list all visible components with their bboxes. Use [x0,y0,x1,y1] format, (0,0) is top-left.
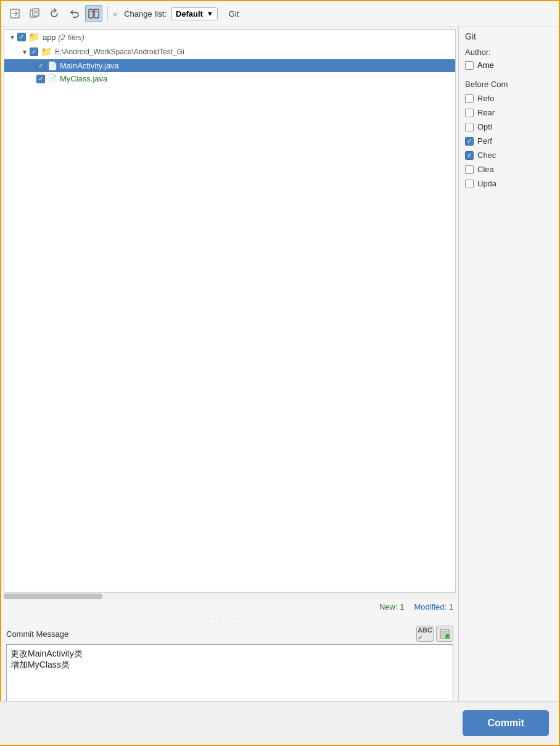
template-button[interactable] [436,626,453,642]
tree-item-path[interactable]: ▼ 📁 E:\Android_WorkSpace\AndroidTest_Gi [4,44,455,59]
reformat-checkbox[interactable] [465,94,474,103]
tree-item-myclass[interactable]: 📄 MyClass.java [4,72,455,85]
option-row-update: Upda [465,179,553,188]
perform-label: Perf [477,136,492,146]
path-folder-icon: 📁 [41,46,52,57]
check-checkbox[interactable] [465,151,474,160]
expand-icon: ▼ [9,34,15,41]
commit-message-header: Commit Message ABC✓ [6,626,453,642]
author-label: Author: [465,48,553,57]
status-bar: New: 1 Modified: 1 [1,600,458,614]
author-row: Ame [465,60,553,70]
git-label: Git [229,9,239,19]
option-row-check: Chec [465,151,553,160]
author-name: Ame [477,60,494,70]
scrollbar-thumb[interactable] [4,594,102,599]
right-panel: Git Author: Ame Before Com Refo Rear [459,27,559,745]
left-panel: ▼ 📁 app (2 files) ▼ 📁 E:\Android_WorkSpa… [1,27,459,745]
rearrange-checkbox[interactable] [465,109,474,117]
commit-button[interactable]: Commit [463,710,549,736]
app-name: app [43,33,56,42]
author-section: Author: Ame [465,48,553,70]
option-row-perform: Perf [465,136,553,146]
perform-checkbox[interactable] [465,137,474,146]
toolbar: » Change list: Default ▼ Git [1,1,559,27]
undo-button[interactable] [65,5,83,22]
changelist-value: Default [176,9,203,19]
spell-check-button[interactable]: ABC✓ [416,626,434,642]
cleanup-checkbox[interactable] [465,165,474,174]
path-checkbox[interactable] [30,48,38,56]
refresh-button[interactable] [46,5,63,22]
optimize-checkbox[interactable] [465,123,474,131]
reformat-label: Refo [477,94,494,103]
check-label: Chec [477,151,496,160]
myclass-checkbox[interactable] [36,75,45,83]
toolbar-separator [107,6,108,21]
before-commit-section: Before Com Refo Rear Opti Perf [465,80,553,193]
git-section-title: Git [465,31,553,41]
file-tree: ▼ 📁 app (2 files) ▼ 📁 E:\Android_WorkSpa… [4,29,456,592]
show-diff-button[interactable] [85,5,102,22]
horizontal-scrollbar[interactable] [4,592,456,600]
mainactivity-filename: MainActivity.java [60,61,119,70]
svg-rect-5 [89,9,93,18]
commit-message-label: Commit Message [6,629,68,639]
folder-icon: 📁 [28,31,40,43]
path-text: E:\Android_WorkSpace\AndroidTest_Gi [55,48,184,56]
mainactivity-checkbox[interactable] [36,62,45,70]
rearrange-label: Rear [477,108,495,117]
move-changelist-button[interactable] [6,5,23,22]
option-row-rearrange: Rear [465,108,553,117]
dropdown-arrow-icon: ▼ [207,10,213,17]
tree-item-app[interactable]: ▼ 📁 app (2 files) [4,30,455,44]
commit-button-area: Commit [0,701,559,745]
app-checkbox[interactable] [17,33,26,41]
update-label: Upda [477,179,496,188]
before-commit-label: Before Com [465,80,553,89]
changelist-label: Change list: [124,9,167,19]
svg-rect-2 [33,9,39,16]
commit-tools: ABC✓ [416,626,453,642]
tree-item-mainactivity[interactable]: 📄 MainActivity.java [4,59,455,72]
main-area: ▼ 📁 app (2 files) ▼ 📁 E:\Android_WorkSpa… [1,27,559,745]
new-count: New: 1 [379,602,404,611]
changelist-dropdown[interactable]: Default ▼ [171,7,218,20]
java-file-icon: 📄 [47,61,57,70]
update-checkbox[interactable] [465,180,474,188]
modified-count: Modified: 1 [414,602,453,611]
expand-icon-path: ▼ [22,49,28,56]
tree-empty-space [4,85,455,332]
myclass-filename: MyClass.java [60,74,107,83]
browse-button[interactable] [26,5,43,22]
cleanup-label: Clea [477,165,494,174]
option-row-reformat: Refo [465,94,553,103]
option-row-optimize: Opti [465,122,553,131]
drag-handle-top[interactable]: · · · · · · · · [1,614,458,623]
svg-rect-6 [94,9,99,18]
java-file-icon-2: 📄 [47,74,57,83]
author-checkbox[interactable] [465,61,474,70]
optimize-label: Opti [477,122,492,131]
app-files-count: (2 files) [58,33,84,42]
more-icon: » [113,9,118,19]
spell-check-icon: ABC✓ [418,626,432,641]
option-row-cleanup: Clea [465,165,553,174]
